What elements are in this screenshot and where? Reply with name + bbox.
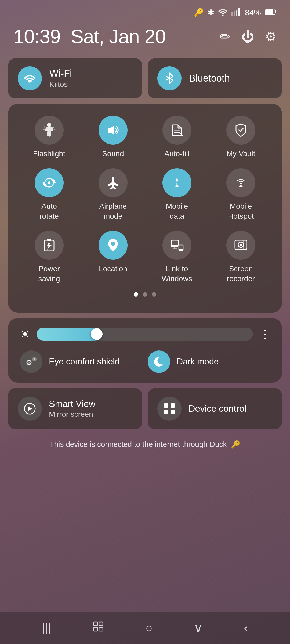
toggle-autofill[interactable]: Auto-fill (148, 116, 206, 159)
time: 10:39 (13, 26, 60, 47)
brightness-thumb (91, 328, 103, 340)
svg-rect-47 (164, 403, 168, 408)
svg-rect-51 (94, 622, 97, 626)
svg-marker-46 (28, 407, 32, 411)
svg-text:A: A (28, 361, 30, 364)
brightness-icon: ☀ (20, 328, 30, 341)
toggle-screenrecorder[interactable]: Screenrecorder (212, 231, 270, 284)
bottom-tiles: Smart View Mirror screen Device control (8, 388, 282, 429)
vpn-notice: This device is connected to the internet… (8, 435, 282, 454)
svg-rect-2 (234, 11, 235, 16)
device-control-icon (157, 397, 182, 421)
smart-view-name: Smart View (49, 398, 95, 409)
nav-back-circle-icon[interactable]: ○ (146, 621, 153, 635)
toggle-myvault[interactable]: My Vault (212, 116, 270, 159)
svg-marker-17 (108, 125, 114, 135)
svg-point-39 (240, 244, 242, 246)
nav-back-icon[interactable]: ‹ (244, 621, 248, 635)
flashlight-icon (35, 116, 64, 145)
dark-mode-icon (148, 350, 170, 373)
smart-view-icon (18, 397, 42, 421)
toggle-location[interactable]: Location (84, 231, 142, 284)
svg-point-0 (222, 15, 223, 16)
toggle-powersaving[interactable]: Powersaving (20, 231, 78, 284)
wifi-status-icon (218, 8, 228, 17)
airplane-icon (99, 168, 128, 197)
toggle-autorotate[interactable]: Autorotate (20, 168, 78, 221)
toggle-linkwindows[interactable]: Link toWindows (148, 231, 206, 284)
svg-point-23 (48, 181, 50, 184)
powersaving-icon (35, 231, 64, 260)
autofill-icon (162, 116, 191, 145)
svg-point-8 (29, 82, 31, 83)
signal-icon (231, 8, 241, 17)
wifi-tile[interactable]: Wi-Fi Kiitos (8, 58, 142, 98)
toggle-hotspot[interactable]: MobileHotspot (212, 168, 270, 221)
svg-rect-4 (238, 8, 240, 16)
hotspot-icon (226, 168, 255, 197)
battery-text: 84% (245, 8, 261, 17)
toggle-sound[interactable]: Sound (84, 116, 142, 159)
svg-rect-52 (99, 622, 103, 626)
toggles-grid: Flashlight Sound (20, 116, 270, 284)
bottom-nav: ||| ○ ∨ ‹ (0, 612, 290, 644)
eye-comfort-tile[interactable]: A Eye comfort shield (20, 350, 142, 373)
dot-2[interactable] (143, 292, 147, 297)
bluetooth-name: Bluetooth (189, 73, 230, 84)
nav-recent-icon[interactable]: ||| (42, 621, 51, 635)
brightness-panel: ☀ ⋮ A Eye comfort shield (8, 318, 282, 383)
nav-down-icon[interactable]: ∨ (194, 621, 202, 635)
hotspot-label: MobileHotspot (228, 202, 254, 221)
bluetooth-tile[interactable]: Bluetooth (148, 58, 282, 98)
autorotate-icon (35, 168, 64, 197)
sound-label: Sound (102, 149, 124, 159)
status-icons: 🔑 ✱ 84% (194, 8, 277, 17)
mobiledata-icon (162, 168, 191, 197)
svg-point-26 (240, 183, 242, 184)
dot-3[interactable] (152, 292, 156, 297)
bluetooth-info: Bluetooth (189, 73, 230, 84)
vpn-key-icon: 🔑 (231, 440, 240, 449)
mobiledata-label: Mobiledata (166, 202, 188, 221)
toggle-airplane[interactable]: Airplanemode (84, 168, 142, 221)
eye-comfort-icon: A (20, 350, 42, 373)
svg-rect-27 (239, 186, 243, 187)
pagination (20, 292, 270, 297)
wifi-icon-circle (18, 66, 42, 90)
svg-rect-3 (236, 10, 237, 16)
settings-icon[interactable]: ⚙ (265, 29, 277, 44)
svg-rect-9 (47, 123, 51, 127)
edit-icon[interactable]: ✏ (220, 29, 231, 44)
wifi-info: Wi-Fi Kiitos (49, 68, 72, 89)
brightness-more-icon[interactable]: ⋮ (259, 328, 270, 341)
dark-mode-tile[interactable]: Dark mode (148, 350, 270, 373)
location-label: Location (99, 264, 127, 274)
airplane-label: Airplanemode (99, 202, 127, 221)
smart-view-info: Smart View Mirror screen (49, 398, 95, 419)
toggles-panel: Flashlight Sound (8, 104, 282, 313)
autofill-label: Auto-fill (164, 149, 189, 159)
powersaving-label: Powersaving (38, 264, 60, 284)
vpn-notice-text: This device is connected to the internet… (50, 440, 227, 449)
toggle-flashlight[interactable]: Flashlight (20, 116, 78, 159)
nav-home-icon[interactable] (93, 621, 104, 635)
date: Sat, Jan 20 (71, 26, 165, 47)
device-control-info: Device control (189, 403, 246, 414)
power-icon[interactable]: ⏻ (241, 29, 254, 44)
device-control-tile[interactable]: Device control (148, 388, 282, 429)
smart-view-tile[interactable]: Smart View Mirror screen (8, 388, 142, 429)
brightness-fill (37, 328, 102, 341)
content: Wi-Fi Kiitos Bluetooth (0, 58, 290, 454)
toggle-mobiledata[interactable]: Mobiledata (148, 168, 206, 221)
device-control-name: Device control (189, 403, 246, 414)
datetime: 10:39 Sat, Jan 20 (13, 25, 165, 47)
sound-icon (99, 116, 128, 145)
svg-rect-31 (171, 240, 178, 246)
screenrecorder-icon (226, 231, 255, 260)
brightness-track[interactable] (37, 328, 253, 341)
top-tiles: Wi-Fi Kiitos Bluetooth (8, 58, 282, 98)
svg-rect-1 (231, 12, 233, 16)
myvault-icon (226, 116, 255, 145)
dot-1[interactable] (134, 292, 138, 297)
svg-rect-54 (99, 627, 103, 631)
